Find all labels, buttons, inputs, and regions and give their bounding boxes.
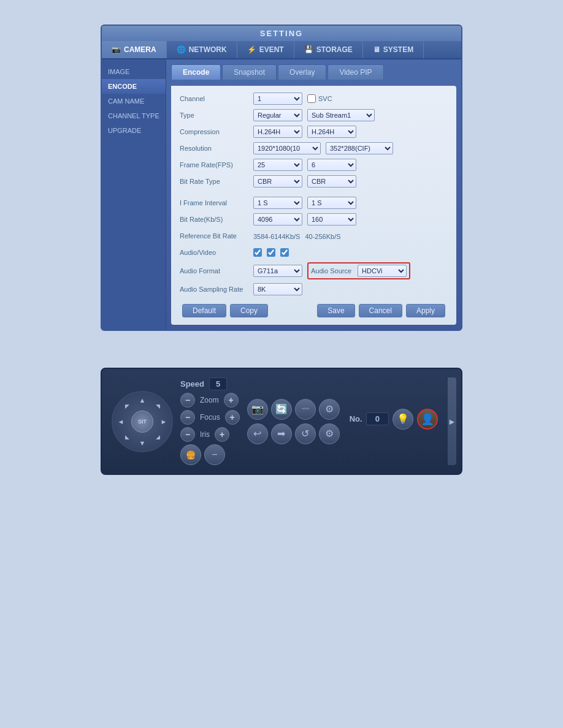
replay-icon-btn[interactable]: ↩ — [247, 423, 268, 444]
sidebar-item-encode[interactable]: ENCODE — [102, 79, 166, 94]
arrow-down-button[interactable]: ▼ — [136, 436, 149, 450]
forward-icon-btn[interactable]: ➡ — [271, 423, 292, 444]
focus-row: − Focus + — [180, 410, 240, 425]
sidebar-item-image[interactable]: IMAGE — [102, 64, 166, 79]
content-area: IMAGE ENCODE CAM NAME CHANNEL TYPE UPGRA… — [102, 59, 461, 330]
bit-rate-type-select[interactable]: CBR — [253, 175, 302, 188]
bit-rate-type-row: Bit Rate Type CBR CBR — [180, 175, 448, 188]
focus-minus-button[interactable]: − — [180, 410, 195, 425]
tab-network[interactable]: 🌐 NETWORK — [167, 41, 237, 58]
audio-sampling-row: Audio Sampling Rate 8K — [180, 282, 448, 296]
iframe-select[interactable]: 1 S — [253, 197, 302, 209]
sidebar: IMAGE ENCODE CAM NAME CHANNEL TYPE UPGRA… — [102, 59, 166, 330]
channel-row: Channel 1 SVC — [180, 92, 448, 105]
no-row: No. 0 💡 👤 — [350, 409, 438, 430]
bitrate-select[interactable]: 4096 — [253, 213, 302, 226]
cancel-button[interactable]: Cancel — [359, 304, 402, 317]
ptz-row2: ↩ ➡ ↺ ⚙ — [247, 423, 340, 444]
camera-icon: 📷 — [112, 45, 121, 54]
iframe2-select[interactable]: 1 S — [307, 197, 356, 209]
audio-source-select[interactable]: HDCVi — [358, 265, 407, 277]
subtab-snapshot[interactable]: Snapshot — [222, 64, 277, 80]
bit-rate-type2-select[interactable]: CBR — [307, 175, 356, 188]
sidebar-item-upgrade[interactable]: UPGRADE — [102, 123, 166, 138]
nav-tabs: 📷 CAMERA 🌐 NETWORK ⚡ EVENT 💾 STORAGE 🖥 S… — [102, 41, 461, 59]
frame-rate2-select[interactable]: 6 — [307, 159, 356, 171]
channel-select[interactable]: 1 — [253, 93, 302, 105]
sidebar-item-channel-type[interactable]: CHANNEL TYPE — [102, 108, 166, 123]
bitrate2-select[interactable]: 160 — [307, 213, 356, 226]
arrow-bottomright-button[interactable]: ◢ — [151, 430, 164, 444]
frame-rate-row: Frame Rate(FPS) 25 6 — [180, 158, 448, 172]
joystick-center-button[interactable]: SIT — [131, 411, 153, 433]
form-area: Channel 1 SVC Type — [171, 86, 456, 325]
audio-format-select[interactable]: G711a — [253, 265, 302, 277]
ptz-scroll-right-button[interactable]: ► — [448, 377, 456, 465]
camera-icon-btn3[interactable]: 〰 — [295, 399, 316, 420]
audio-video-checkbox1[interactable] — [253, 248, 262, 257]
camera-icon-btn4[interactable]: ⚙ — [319, 399, 340, 420]
tab-camera[interactable]: 📷 CAMERA — [102, 41, 167, 58]
type-select[interactable]: Regular — [253, 109, 302, 121]
arrow-topleft-button[interactable]: ◤ — [120, 400, 134, 413]
camera-icon-btn2[interactable]: 🔄 — [271, 399, 292, 420]
subtab-overlay[interactable]: Overlay — [278, 64, 326, 80]
main-content: Encode Snapshot Overlay Video PIP Channe… — [166, 59, 461, 330]
copy-button[interactable]: Copy — [230, 304, 268, 317]
zoom-minus-button[interactable]: − — [180, 393, 195, 408]
focus-plus-button[interactable]: + — [225, 410, 240, 425]
iris-plus-button[interactable]: + — [215, 427, 229, 442]
subtab-video-pip[interactable]: Video PIP — [327, 64, 383, 80]
storage-icon: 💾 — [304, 45, 313, 54]
compression-select[interactable]: H.264H — [253, 126, 302, 138]
apply-button[interactable]: Apply — [406, 304, 445, 317]
ptz-camera-controls: 📷 🔄 〰 ⚙ ↩ ➡ ↺ ⚙ — [247, 399, 340, 444]
zoom-plus-button[interactable]: + — [224, 393, 239, 408]
setting-title: SETTING — [102, 26, 461, 41]
default-button[interactable]: Default — [182, 304, 226, 317]
svc-checkbox[interactable] — [307, 94, 316, 103]
arrow-topright-button[interactable]: ◥ — [151, 400, 164, 413]
person-icon-button[interactable]: 👤 — [417, 409, 438, 430]
iris-minus-button[interactable]: − — [180, 427, 195, 442]
tab-event[interactable]: ⚡ EVENT — [237, 41, 294, 58]
compression2-select[interactable]: H.264H — [307, 126, 356, 138]
iris-row: − Iris + — [180, 427, 240, 442]
ptz-row1: 📷 🔄 〰 ⚙ — [247, 399, 340, 420]
resolution2-select[interactable]: 352*288(CIF) — [326, 142, 393, 154]
type-row: Type Regular Sub Stream1 — [180, 108, 448, 122]
subtab-encode[interactable]: Encode — [171, 64, 221, 80]
sidebar-item-cam-name[interactable]: CAM NAME — [102, 94, 166, 108]
ptz-panel: ▲ ▼ ◄ ► ◤ ◥ ◣ ◢ SIT Speed 5 − Zoom + − F… — [101, 368, 462, 475]
iframe-row: I Frame Interval 1 S 1 S — [180, 196, 448, 210]
resolution-select[interactable]: 1920*1080(10 — [253, 142, 321, 154]
zoom-row: − Zoom + — [180, 393, 240, 408]
minus-icon-button[interactable]: − — [204, 444, 225, 465]
audio-video-checkbox3[interactable] — [280, 248, 289, 257]
settings-icon-btn[interactable]: ⚙ — [319, 423, 340, 444]
lamp-icon-button[interactable]: 💡 — [393, 409, 413, 430]
arrow-left-button[interactable]: ◄ — [114, 415, 128, 428]
ptz-right-panel: No. 0 💡 👤 — [350, 409, 438, 434]
save-button[interactable]: Save — [317, 304, 354, 317]
tab-storage[interactable]: 💾 STORAGE — [294, 41, 363, 58]
menu-icon-button[interactable]: 🍔 — [180, 444, 201, 465]
audio-video-row: Audio/Video — [180, 246, 448, 259]
event-icon: ⚡ — [247, 45, 256, 54]
sub-stream-select[interactable]: Sub Stream1 — [307, 109, 375, 121]
bitrate-row: Bit Rate(Kb/S) 4096 160 — [180, 213, 448, 226]
sub-tabs: Encode Snapshot Overlay Video PIP — [171, 64, 456, 80]
camera-icon-btn1[interactable]: 📷 — [247, 399, 268, 420]
tab-system[interactable]: 🖥 SYSTEM — [363, 41, 424, 58]
audio-video-checkbox2[interactable] — [267, 248, 275, 257]
frame-rate-select[interactable]: 25 — [253, 159, 302, 171]
audio-sampling-select[interactable]: 8K — [253, 283, 302, 295]
arrow-bottomleft-button[interactable]: ◣ — [120, 430, 134, 444]
right-buttons: Save Cancel Apply — [317, 304, 445, 317]
system-icon: 🖥 — [373, 45, 380, 54]
ref-bitrate-row: Reference Bit Rate 3584-6144Kb/S 40-256K… — [180, 229, 448, 243]
return-icon-btn[interactable]: ↺ — [295, 423, 316, 444]
resolution-row: Resolution 1920*1080(10 352*288(CIF) — [180, 142, 448, 155]
arrow-right-button[interactable]: ► — [157, 415, 170, 428]
arrow-up-button[interactable]: ▲ — [136, 393, 149, 407]
